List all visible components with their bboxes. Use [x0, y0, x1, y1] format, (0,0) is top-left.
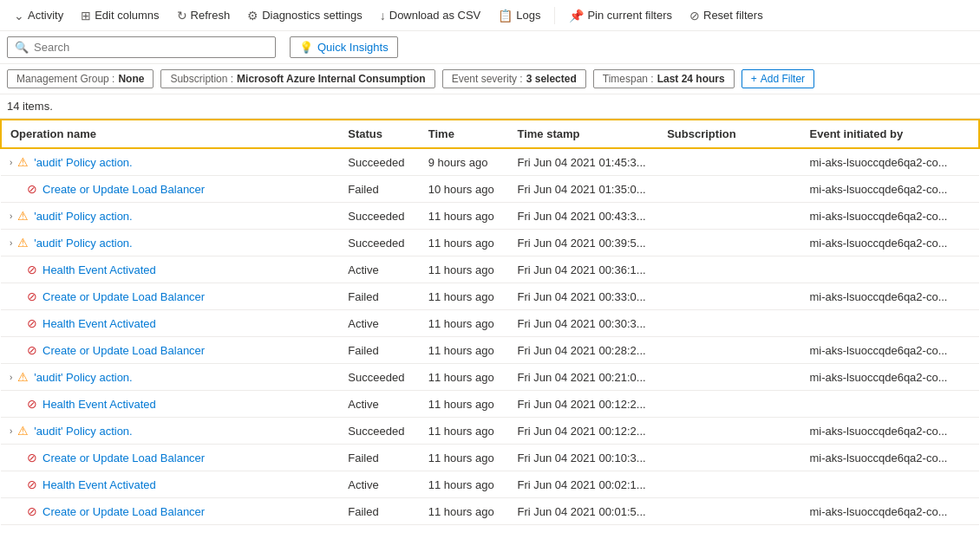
quick-insights-button[interactable]: 💡 Quick Insights — [290, 36, 398, 58]
status-cell: Active — [339, 257, 419, 283]
time-cell: 11 hours ago — [420, 310, 509, 337]
event-severity-filter[interactable]: Event severity : 3 selected — [442, 69, 586, 88]
operation-name-link[interactable]: Create or Update Load Balancer — [42, 344, 205, 357]
search-box[interactable]: 🔍 — [7, 36, 276, 58]
activity-button[interactable]: ⌄ Activity — [7, 5, 70, 26]
activity-table: Operation name Status Time Time stamp Su… — [0, 119, 980, 525]
initiated-by-cell: mi-aks-lsuoccqde6qa2-co... — [801, 148, 979, 176]
time-cell: 11 hours ago — [420, 337, 509, 364]
operation-name-link[interactable]: Create or Update Load Balancer — [42, 290, 205, 303]
refresh-icon: ↻ — [177, 9, 187, 23]
activity-icon: ⌄ — [14, 9, 24, 23]
operation-name-link[interactable]: 'audit' Policy action. — [34, 156, 132, 169]
refresh-label: Refresh — [191, 9, 231, 22]
management-group-filter[interactable]: Management Group : None — [7, 69, 154, 88]
refresh-button[interactable]: ↻ Refresh — [170, 5, 238, 26]
time-cell: 11 hours ago — [420, 418, 509, 445]
subscription-cell — [658, 337, 800, 364]
operation-name-link[interactable]: Create or Update Load Balancer — [42, 451, 205, 464]
initiated-by-cell: mi-aks-lsuoccqde6qa2-co... — [801, 176, 979, 203]
subscription-cell — [658, 471, 800, 498]
quick-insights-label: Quick Insights — [317, 41, 389, 54]
time-cell: 11 hours ago — [420, 391, 509, 418]
timestamp-cell: Fri Jun 04 2021 00:30:3... — [508, 310, 658, 337]
operation-name-link[interactable]: Health Event Activated — [42, 317, 156, 330]
initiated-by-cell — [801, 471, 979, 498]
initiated-by-cell: mi-aks-lsuoccqde6qa2-co... — [801, 230, 979, 257]
expand-icon[interactable]: › — [10, 158, 12, 167]
col-header-subscription[interactable]: Subscription — [658, 120, 800, 148]
expand-icon[interactable]: › — [10, 211, 12, 221]
operation-name-link[interactable]: Create or Update Load Balancer — [42, 183, 205, 196]
timespan-label: Timespan : — [603, 73, 654, 85]
col-header-opname[interactable]: Operation name — [1, 120, 339, 148]
filters-row: Management Group : None Subscription : M… — [0, 64, 980, 94]
operation-name-link[interactable]: Create or Update Load Balancer — [42, 505, 205, 518]
operation-name-link[interactable]: 'audit' Policy action. — [34, 237, 132, 250]
operation-name-link[interactable]: Health Event Activated — [42, 478, 156, 491]
table-row: ⊘ Create or Update Load Balancer Failed1… — [1, 337, 979, 364]
col-header-status[interactable]: Status — [339, 120, 419, 148]
pin-filters-button[interactable]: 📌 Pin current filters — [562, 5, 679, 26]
time-cell: 11 hours ago — [420, 364, 509, 391]
diagnostics-button[interactable]: ⚙ Diagnostics settings — [240, 5, 369, 26]
subscription-cell — [658, 364, 800, 391]
edit-columns-label: Edit columns — [95, 9, 159, 22]
expand-icon[interactable]: › — [10, 238, 12, 248]
filter-icon: ⊘ — [689, 9, 700, 23]
expand-icon[interactable]: › — [10, 373, 12, 382]
logs-button[interactable]: 📋 Logs — [491, 5, 547, 26]
col-header-initiatedby[interactable]: Event initiated by — [801, 120, 979, 148]
toolbar-divider — [554, 7, 555, 24]
subscription-cell — [658, 283, 800, 310]
subscription-cell — [658, 391, 800, 418]
timestamp-cell: Fri Jun 04 2021 00:02:1... — [508, 471, 658, 498]
initiated-by-cell: mi-aks-lsuoccqde6qa2-co... — [801, 364, 979, 391]
status-cell: Failed — [339, 337, 419, 364]
initiated-by-cell — [801, 257, 979, 283]
operation-name-link[interactable]: Health Event Activated — [42, 263, 156, 276]
status-icon: ⊘ — [27, 182, 37, 196]
status-cell: Failed — [339, 498, 419, 525]
status-cell: Succeeded — [339, 418, 419, 445]
timestamp-cell: Fri Jun 04 2021 01:35:0... — [508, 176, 658, 203]
status-icon: ⊘ — [27, 263, 37, 276]
table-row: › ⚠ 'audit' Policy action. Succeeded11 h… — [1, 203, 979, 230]
status-icon: ⊘ — [27, 397, 37, 411]
subscription-label: Subscription : — [170, 73, 233, 85]
add-filter-button[interactable]: + Add Filter — [742, 69, 814, 88]
status-cell: Failed — [339, 445, 419, 471]
timestamp-cell: Fri Jun 04 2021 00:10:3... — [508, 445, 658, 471]
timespan-value: Last 24 hours — [657, 73, 725, 85]
reset-filters-button[interactable]: ⊘ Reset filters — [683, 5, 770, 26]
download-button[interactable]: ↓ Download as CSV — [373, 5, 488, 26]
subscription-cell — [658, 257, 800, 283]
operation-name-link[interactable]: Health Event Activated — [42, 398, 156, 411]
timespan-filter[interactable]: Timespan : Last 24 hours — [593, 69, 735, 88]
status-icon: ⚠ — [17, 155, 29, 169]
status-icon: ⊘ — [27, 343, 37, 357]
quick-insights-icon: 💡 — [299, 41, 313, 54]
operation-name-link[interactable]: 'audit' Policy action. — [34, 210, 132, 223]
initiated-by-cell: mi-aks-lsuoccqde6qa2-co... — [801, 498, 979, 525]
time-cell: 11 hours ago — [420, 445, 509, 471]
items-count-text: 14 items. — [7, 100, 53, 113]
operation-name-link[interactable]: 'audit' Policy action. — [34, 371, 132, 384]
initiated-by-cell: mi-aks-lsuoccqde6qa2-co... — [801, 203, 979, 230]
table-row: ⊘ Health Event Activated Active11 hours … — [1, 310, 979, 337]
subscription-value: Microsoft Azure Internal Consumption — [237, 73, 426, 85]
col-header-time[interactable]: Time — [420, 120, 509, 148]
subscription-cell — [658, 148, 800, 176]
table-row: ⊘ Create or Update Load Balancer Failed1… — [1, 176, 979, 203]
operation-name-link[interactable]: 'audit' Policy action. — [34, 425, 132, 438]
status-cell: Active — [339, 391, 419, 418]
col-header-timestamp[interactable]: Time stamp — [508, 120, 658, 148]
table-row: ⊘ Create or Update Load Balancer Failed1… — [1, 498, 979, 525]
edit-columns-button[interactable]: ⊞ Edit columns — [74, 5, 166, 26]
search-input[interactable] — [34, 41, 268, 54]
timestamp-cell: Fri Jun 04 2021 00:28:2... — [508, 337, 658, 364]
subscription-filter[interactable]: Subscription : Microsoft Azure Internal … — [160, 69, 434, 88]
expand-icon[interactable]: › — [10, 426, 12, 436]
management-group-label: Management Group : — [16, 73, 114, 85]
time-cell: 11 hours ago — [420, 498, 509, 525]
